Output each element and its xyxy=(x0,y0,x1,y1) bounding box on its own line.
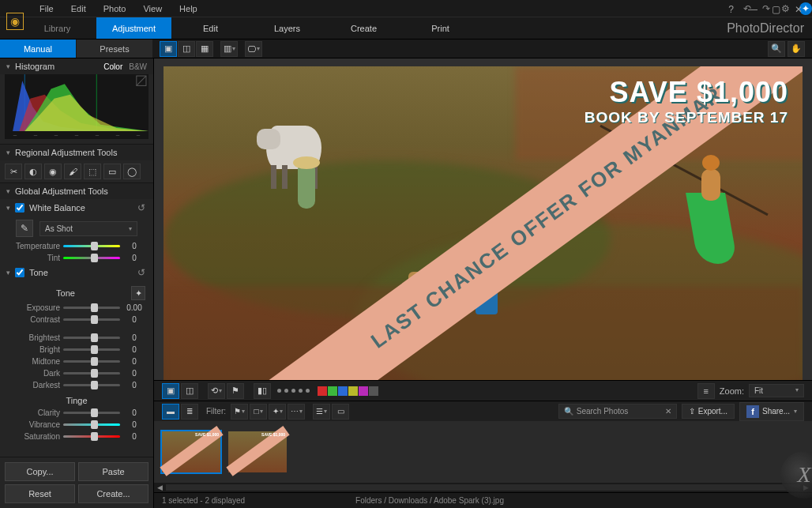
filter-label-icon[interactable]: □▾ xyxy=(250,404,267,420)
main-navigation: Library Adjustment Edit Layers Create Pr… xyxy=(0,17,812,40)
paste-button[interactable]: Paste xyxy=(78,462,148,481)
pan-tool-icon[interactable]: ✋ xyxy=(788,41,805,57)
tab-adjustment[interactable]: Adjustment xyxy=(96,17,171,39)
swatch-purple[interactable] xyxy=(359,386,368,396)
tone-heading: Tone xyxy=(56,288,75,298)
tab-create[interactable]: Create xyxy=(326,17,401,39)
sidebar: ▾ Histogram Color B&W –––– xyxy=(0,58,154,508)
scroll-left-icon[interactable]: ◀ xyxy=(157,484,163,491)
filmstrip-view-icon[interactable]: ▬ xyxy=(162,404,179,420)
bright-slider[interactable] xyxy=(63,348,120,351)
filter-more-icon[interactable]: ⋯▾ xyxy=(288,404,305,420)
viewer-options-icon[interactable]: ≡ xyxy=(697,383,715,399)
compare-mode-1-icon[interactable]: ▣ xyxy=(162,383,179,399)
reset-button[interactable]: Reset xyxy=(5,484,75,503)
rating-tool-icon[interactable]: ▮▯ xyxy=(254,383,271,399)
copy-button[interactable]: Copy... xyxy=(5,462,75,481)
spot-tool-icon[interactable]: ◐ xyxy=(24,164,42,179)
subtab-manual[interactable]: Manual xyxy=(0,40,76,58)
histogram-header[interactable]: ▾ Histogram Color B&W xyxy=(0,58,153,74)
zoom-select[interactable]: Fit▾ xyxy=(749,384,804,397)
exposure-slider[interactable] xyxy=(63,307,120,309)
sort-icon[interactable]: ☰▾ xyxy=(313,404,330,420)
tab-library[interactable]: Library xyxy=(20,17,95,39)
crop-tool-icon[interactable]: ✂ xyxy=(5,164,22,179)
compare-mode-2-icon[interactable]: ◫ xyxy=(181,383,198,399)
flag-tool-icon[interactable]: ⚑ xyxy=(227,383,244,399)
menu-photo[interactable]: Photo xyxy=(96,2,134,16)
temperature-slider[interactable] xyxy=(63,245,120,247)
tone-header[interactable]: ▾ Tone ↺ xyxy=(0,264,153,281)
view-options-icon[interactable]: ▥▾ xyxy=(220,41,238,57)
white-balance-preset-select[interactable]: As Shot▾ xyxy=(39,221,137,236)
contrast-value: 0 xyxy=(123,315,145,324)
thumbnail-2[interactable]: SAVE $1,000 xyxy=(228,431,287,472)
redeye-tool-icon[interactable]: ◉ xyxy=(44,164,62,179)
clear-search-icon[interactable]: ✕ xyxy=(665,407,671,416)
list-view-icon[interactable]: ≣ xyxy=(181,404,198,420)
histogram-mode-bw[interactable]: B&W xyxy=(129,62,147,71)
saturation-slider[interactable] xyxy=(63,435,120,438)
create-button[interactable]: Create... xyxy=(78,484,148,503)
clarity-slider[interactable] xyxy=(63,412,120,414)
selection-tool-icon[interactable]: ⬚ xyxy=(84,164,101,179)
rotate-icon[interactable]: ⟲▾ xyxy=(208,383,225,399)
tab-edit[interactable]: Edit xyxy=(173,17,248,39)
viewer-toolbar: ▣ ◫ ⟲▾ ⚑ ▮▯ ≡ Zoom: Fit▾ xyxy=(154,380,812,401)
dark-slider[interactable] xyxy=(63,372,120,374)
view-compare-icon[interactable]: ◫ xyxy=(178,41,195,57)
subtab-presets[interactable]: Presets xyxy=(77,40,152,58)
photo-canvas[interactable]: LAST CHANCE OFFER FOR MYANMAR SAVE $1,00… xyxy=(164,66,803,380)
swatch-blue[interactable] xyxy=(338,386,348,396)
tone-checkbox[interactable] xyxy=(15,268,24,277)
display-options-icon[interactable]: 🖵▾ xyxy=(245,41,262,57)
filter-rating-icon[interactable]: ✦▾ xyxy=(269,404,286,420)
rating-dots[interactable] xyxy=(277,389,310,393)
export-button[interactable]: ⇪ Export... xyxy=(682,404,735,419)
gradient-tool-icon[interactable]: ▭ xyxy=(103,164,121,179)
close-button[interactable]: ✕ xyxy=(790,2,807,17)
swatch-green[interactable] xyxy=(328,386,337,396)
filter-flag-icon[interactable]: ⚑▾ xyxy=(231,404,248,420)
reset-icon[interactable]: ↺ xyxy=(137,202,145,213)
brush-tool-icon[interactable]: 🖌 xyxy=(64,164,81,179)
color-labels[interactable] xyxy=(318,386,378,396)
thumbnail-1[interactable]: SAVE $1,000 xyxy=(162,431,220,472)
swatch-red[interactable] xyxy=(318,386,327,396)
histogram-mode-color[interactable]: Color xyxy=(103,62,122,71)
export-icon: ⇪ xyxy=(689,407,695,416)
swatch-yellow[interactable] xyxy=(348,386,358,396)
vibrance-slider[interactable] xyxy=(63,423,120,426)
photo-overlay-book: BOOK BY SEPTEMBER 17 xyxy=(585,109,788,126)
eyedropper-icon[interactable]: ✎ xyxy=(16,220,33,237)
tab-print[interactable]: Print xyxy=(403,17,478,39)
view-single-icon[interactable]: ▣ xyxy=(160,41,177,57)
global-tools-header[interactable]: ▾ Global Adjustment Tools xyxy=(0,183,153,199)
white-balance-header[interactable]: ▾ White Balance ↺ xyxy=(0,199,153,216)
menu-help[interactable]: Help xyxy=(171,2,205,16)
midtone-slider[interactable] xyxy=(63,360,120,363)
regional-tools-header[interactable]: ▾ Regional Adjustment Tools xyxy=(0,145,153,160)
swatch-none[interactable] xyxy=(369,386,378,396)
view-grid-icon[interactable]: ▦ xyxy=(196,41,213,57)
zoom-tool-icon[interactable]: 🔍 xyxy=(768,41,785,57)
radial-tool-icon[interactable]: ◯ xyxy=(123,164,141,179)
menu-view[interactable]: View xyxy=(135,2,170,16)
reset-icon[interactable]: ↺ xyxy=(137,267,145,278)
darkest-slider[interactable] xyxy=(63,384,120,386)
minimize-button[interactable]: — xyxy=(743,2,762,17)
menu-file[interactable]: File xyxy=(32,2,62,16)
search-input[interactable]: 🔍 Search Photos ✕ xyxy=(558,404,677,419)
brightest-slider[interactable] xyxy=(63,337,120,339)
help-icon[interactable]: ? xyxy=(724,2,739,17)
share-button[interactable]: f Share... ▾ xyxy=(739,402,804,421)
contrast-slider[interactable] xyxy=(63,318,120,321)
maximize-button[interactable]: ▢ xyxy=(767,2,785,17)
menu-edit[interactable]: Edit xyxy=(63,2,94,16)
filmstrip-scrollbar[interactable]: ◀ ▶ xyxy=(154,483,812,492)
tint-slider[interactable] xyxy=(63,257,120,259)
stack-icon[interactable]: ▭ xyxy=(332,404,349,420)
tab-layers[interactable]: Layers xyxy=(250,17,325,39)
white-balance-checkbox[interactable] xyxy=(15,203,24,213)
auto-tone-icon[interactable]: ✦ xyxy=(131,286,145,300)
